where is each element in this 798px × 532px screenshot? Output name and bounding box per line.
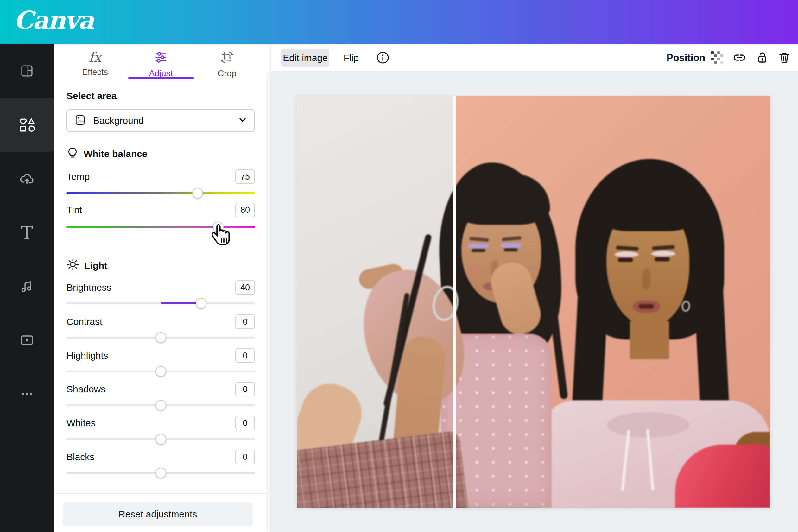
trash-icon[interactable] — [777, 51, 791, 64]
sidebar-item-templates[interactable] — [0, 44, 54, 98]
shadows-slider-thumb[interactable] — [155, 400, 166, 411]
select-area-dropdown[interactable]: Background — [66, 109, 255, 132]
active-tab-underline — [128, 77, 194, 79]
sidebar-item-audio[interactable] — [0, 259, 54, 313]
templates-icon — [19, 63, 35, 79]
temp-slider-row: Temp 75 — [66, 169, 255, 184]
tab-effects[interactable]: fx Effects — [70, 50, 120, 77]
contrast-slider-row: Contrast 0 — [66, 315, 255, 329]
position-button[interactable]: Position — [667, 49, 705, 67]
editor-toolbar: Edit image Flip Position — [271, 44, 798, 71]
tint-slider-track[interactable] — [66, 226, 255, 228]
brightness-label: Brightness — [66, 282, 112, 293]
lock-icon[interactable] — [755, 51, 769, 64]
sidebar-item-videos[interactable] — [0, 313, 54, 367]
before-after-divider — [454, 96, 456, 508]
photo-element[interactable] — [297, 96, 771, 508]
tint-slider-row: Tint 80 — [66, 203, 255, 217]
contrast-slider-track[interactable] — [66, 337, 255, 339]
image-icon — [74, 114, 86, 127]
adjust-panel: fx Effects Adjust Crop Select area — [54, 44, 271, 532]
temp-value-box[interactable]: 75 — [235, 169, 255, 184]
chevron-down-icon — [238, 115, 247, 126]
sidebar-item-elements[interactable] — [0, 98, 54, 152]
temp-slider-track[interactable] — [66, 192, 255, 194]
tab-crop[interactable]: Crop — [202, 50, 252, 78]
tint-slider-thumb[interactable] — [213, 222, 224, 232]
transparency-icon[interactable] — [710, 51, 724, 64]
blacks-slider-track[interactable] — [66, 472, 255, 474]
shadows-slider-row: Shadows 0 — [66, 382, 255, 397]
highlights-slider-row: Highlights 0 — [66, 348, 255, 363]
select-area-heading: Select area — [66, 91, 116, 101]
white-balance-heading: White balance — [66, 146, 148, 162]
sidebar-item-uploads[interactable] — [0, 152, 54, 206]
crop-rotate-icon — [220, 60, 234, 65]
tint-label: Tint — [66, 205, 82, 215]
info-icon[interactable] — [376, 51, 390, 64]
tab-adjust[interactable]: Adjust — [135, 50, 186, 78]
highlights-slider-thumb[interactable] — [155, 366, 166, 377]
sun-icon — [66, 258, 79, 273]
video-icon — [19, 332, 35, 348]
shadows-value-box[interactable]: 0 — [235, 382, 255, 397]
blacks-value-box[interactable]: 0 — [235, 450, 255, 464]
edit-image-button[interactable]: Edit image — [281, 49, 329, 67]
reset-adjustments-button[interactable]: Reset adjustments — [63, 502, 253, 526]
shadows-slider-track[interactable] — [66, 404, 255, 406]
top-brand-bar: Canva — [0, 0, 798, 44]
light-heading: Light — [66, 258, 107, 273]
design-canvas[interactable] — [271, 71, 798, 532]
highlights-label: Highlights — [66, 350, 108, 361]
panel-scrollbar[interactable] — [266, 73, 269, 531]
contrast-slider-thumb[interactable] — [155, 332, 166, 343]
link-icon[interactable] — [733, 51, 746, 64]
panel-divider — [55, 493, 268, 494]
select-area-value: Background — [93, 115, 231, 126]
shadows-label: Shadows — [66, 384, 106, 395]
photo-subjects — [297, 96, 771, 508]
blacks-label: Blacks — [66, 452, 94, 462]
brightness-slider-track[interactable] — [66, 302, 255, 304]
whites-label: Whites — [66, 418, 96, 429]
whites-slider-row: Whites 0 — [66, 416, 255, 430]
tint-value-box[interactable]: 80 — [235, 203, 255, 217]
text-icon: T — [21, 222, 33, 243]
elements-icon — [18, 116, 36, 134]
adjust-sliders-icon — [154, 60, 168, 65]
sidebar-item-more[interactable] — [0, 367, 54, 421]
brightness-fill — [161, 302, 202, 304]
whites-slider-thumb[interactable] — [155, 434, 166, 444]
flip-button[interactable]: Flip — [337, 49, 366, 67]
sidebar-item-text[interactable]: T — [0, 206, 54, 259]
highlights-value-box[interactable]: 0 — [235, 348, 255, 363]
object-panel-rail: T — [0, 44, 54, 532]
ellipsis-icon — [19, 386, 35, 402]
brightness-slider-thumb[interactable] — [196, 298, 207, 309]
canva-logo[interactable]: Canva — [14, 6, 93, 35]
whites-value-box[interactable]: 0 — [235, 416, 255, 430]
temp-slider-thumb[interactable] — [192, 188, 203, 198]
brightness-value-box[interactable]: 40 — [235, 280, 255, 295]
contrast-value-box[interactable]: 0 — [235, 315, 255, 329]
contrast-label: Contrast — [66, 316, 102, 327]
whites-slider-track[interactable] — [66, 438, 255, 440]
fx-icon: fx — [89, 50, 101, 65]
music-note-icon — [19, 278, 35, 294]
blacks-slider-thumb[interactable] — [155, 468, 166, 478]
highlights-slider-track[interactable] — [66, 370, 255, 373]
temp-label: Temp — [66, 171, 90, 182]
brightness-slider-row: Brightness 40 — [66, 280, 255, 295]
blacks-slider-row: Blacks 0 — [66, 450, 255, 464]
lightbulb-icon — [66, 146, 78, 162]
cloud-upload-icon — [18, 170, 36, 187]
